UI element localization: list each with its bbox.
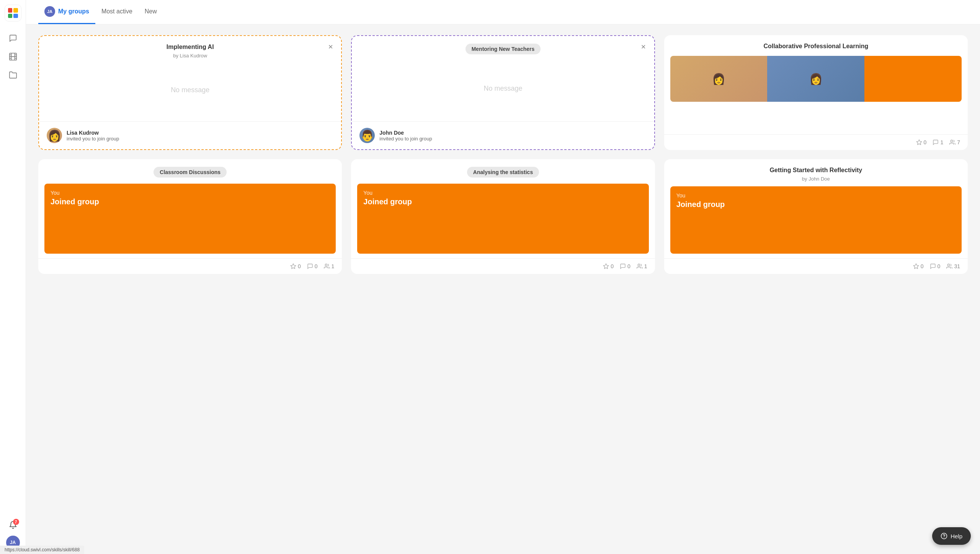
analysing-pill: Analysing the statistics [467, 167, 539, 178]
mentoring-no-message: No message [352, 56, 654, 121]
url-bar: https://cloud.swivl.com/skills/skill/688 [0, 546, 84, 554]
classroom-stars-stat: 0 [290, 263, 301, 269]
svg-marker-10 [291, 264, 296, 269]
collaborative-photo-1: 👩 [670, 56, 768, 102]
content-area: Implementing AI by Lisa Kudrow ✕ No mess… [26, 24, 980, 554]
mentoring-title: Mentoring New Teachers [472, 46, 535, 52]
mentoring-pill: Mentoring New Teachers [466, 44, 541, 54]
implementing-ai-invite-footer: 👩 Lisa Kudrow invited you to join group [39, 121, 341, 149]
tab-most-active[interactable]: Most active [95, 0, 139, 24]
most-active-label: Most active [101, 8, 132, 15]
card-implementing-ai[interactable]: Implementing AI by Lisa Kudrow ✕ No mess… [38, 35, 342, 150]
reflectivity-comments-stat: 0 [930, 263, 941, 269]
mentoring-inviter-name: John Doe [379, 130, 432, 136]
analysing-joined-label: Joined group [363, 197, 642, 206]
mentoring-close-button[interactable]: ✕ [638, 41, 649, 52]
implementing-ai-no-message: No message [39, 59, 341, 121]
reflectivity-stars-count: 0 [921, 263, 924, 269]
reflectivity-subtitle: by John Doe [802, 176, 830, 182]
card-collaborative[interactable]: Collaborative Professional Learning 👩 👩 … [664, 35, 968, 150]
reflectivity-footer: 0 0 31 [664, 258, 968, 274]
analysing-title: Analysing the statistics [473, 169, 533, 175]
collaborative-comments-stat: 1 [933, 139, 943, 145]
reflectivity-stars-stat: 0 [913, 263, 924, 269]
analysing-footer: 0 0 1 [351, 258, 655, 274]
collaborative-stars-stat: 0 [916, 139, 927, 145]
collaborative-members-stat: 7 [949, 139, 960, 145]
svg-marker-14 [913, 264, 918, 269]
svg-marker-12 [604, 264, 609, 269]
implementing-ai-inviter-name: Lisa Kudrow [67, 130, 119, 136]
card-implementing-ai-subtitle: by Lisa Kudrow [173, 53, 207, 59]
svg-point-13 [638, 264, 640, 266]
mentoring-invite-footer: 👨 John Doe invited you to join group [352, 121, 654, 149]
implementing-ai-invite-desc: invited you to join group [67, 136, 119, 142]
tab-new[interactable]: New [139, 0, 163, 24]
reflectivity-comments-count: 0 [938, 263, 941, 269]
my-groups-label: My groups [58, 8, 89, 15]
analysing-stars-count: 0 [611, 263, 614, 269]
new-label: New [145, 8, 157, 15]
help-button[interactable]: Help [932, 527, 971, 545]
card-analysing-statistics[interactable]: Analysing the statistics You Joined grou… [351, 159, 655, 274]
reflectivity-title: Getting Started with Reflectivity [769, 167, 862, 174]
analysing-stars-stat: 0 [603, 263, 614, 269]
collaborative-footer: 0 1 7 [664, 134, 968, 150]
card-collaborative-header: Collaborative Professional Learning [664, 35, 968, 50]
collaborative-media: 👩 👩 [670, 56, 962, 102]
card-classroom-header: Classroom Discussions [38, 159, 342, 179]
help-icon [941, 533, 947, 539]
card-analysing-header: Analysing the statistics [351, 159, 655, 179]
folder-nav-icon[interactable] [5, 67, 21, 83]
classroom-footer: 0 0 1 [38, 258, 342, 274]
app-logo[interactable] [5, 5, 21, 21]
analysing-joined-preview: You Joined group [357, 184, 648, 254]
card-classroom-discussions[interactable]: Classroom Discussions You Joined group 0… [38, 159, 342, 274]
collaborative-photo-2: 👩 [767, 56, 864, 102]
chat-nav-icon[interactable] [5, 31, 21, 46]
classroom-joined-preview: You Joined group [44, 184, 336, 254]
classroom-members-stat: 1 [324, 263, 335, 269]
analysing-comments-count: 0 [627, 263, 630, 269]
analysing-members-count: 1 [644, 263, 647, 269]
john-doe-avatar: 👨 [359, 128, 375, 143]
my-groups-avatar: JA [44, 6, 55, 17]
classroom-title: Classroom Discussions [160, 169, 220, 175]
mentoring-invite-text: John Doe invited you to join group [379, 130, 432, 142]
sidebar: 7 JA [0, 0, 26, 554]
tab-my-groups[interactable]: JA My groups [38, 0, 95, 24]
film-nav-icon[interactable] [5, 49, 21, 64]
card-getting-started-reflectivity[interactable]: Getting Started with Reflectivity by Joh… [664, 159, 968, 274]
classroom-you-label: You [51, 190, 330, 196]
classroom-comments-stat: 0 [307, 263, 318, 269]
svg-marker-8 [916, 140, 921, 145]
reflectivity-you-label: You [676, 192, 956, 199]
notification-badge: 7 [13, 519, 19, 525]
reflectivity-members-count: 31 [954, 263, 960, 269]
lisa-kudrow-avatar: 👩 [47, 128, 62, 143]
card-reflectivity-header: Getting Started with Reflectivity by Joh… [664, 159, 968, 182]
notification-button[interactable]: 7 [5, 517, 21, 533]
card-mentoring-new-teachers[interactable]: Mentoring New Teachers ✕ No message 👨 Jo… [351, 35, 655, 150]
analysing-you-label: You [363, 190, 642, 196]
collaborative-stars-count: 0 [924, 139, 927, 145]
svg-point-11 [325, 264, 327, 266]
analysing-comments-stat: 0 [620, 263, 630, 269]
collaborative-orange-block [864, 56, 962, 102]
card-mentoring-header: Mentoring New Teachers [352, 36, 654, 56]
mentoring-invite-desc: invited you to join group [379, 136, 432, 142]
help-button-label: Help [951, 533, 962, 539]
reflectivity-joined-label: Joined group [676, 200, 956, 209]
card-implementing-ai-title: Implementing AI [167, 44, 214, 51]
svg-point-9 [951, 140, 953, 142]
svg-point-15 [948, 264, 950, 266]
classroom-members-count: 1 [332, 263, 335, 269]
implementing-ai-invite-text: Lisa Kudrow invited you to join group [67, 130, 119, 142]
main-content: JA My groups Most active New Implementin… [26, 0, 980, 554]
reflectivity-joined-preview: You Joined group [670, 186, 962, 254]
classroom-pill: Classroom Discussions [154, 167, 227, 178]
classroom-joined-label: Joined group [51, 197, 330, 206]
collaborative-members-count: 7 [957, 139, 960, 145]
reflectivity-members-stat: 31 [946, 263, 960, 269]
classroom-comments-count: 0 [315, 263, 318, 269]
